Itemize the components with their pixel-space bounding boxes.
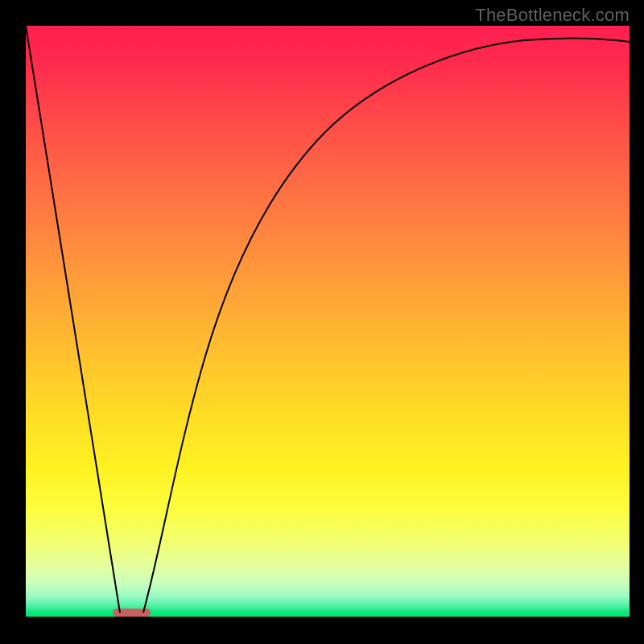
watermark-text: TheBottleneck.com <box>475 5 630 26</box>
curve-right-branch <box>143 38 630 613</box>
curve-overlay <box>26 26 630 617</box>
curve-left-branch <box>26 26 120 613</box>
plot-area <box>26 26 630 617</box>
chart-frame: TheBottleneck.com <box>0 0 644 644</box>
